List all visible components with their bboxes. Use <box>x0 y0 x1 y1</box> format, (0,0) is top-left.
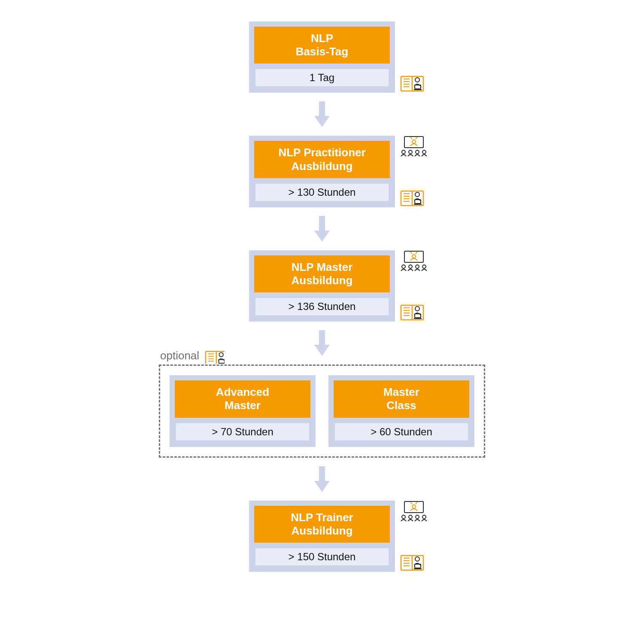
step-trainer: NLP Trainer Ausbildung > 150 Stunden <box>249 501 395 572</box>
online-learning-icon <box>400 187 425 207</box>
step-title: NLP Trainer Ausbildung <box>254 506 390 543</box>
arrow-down-icon <box>316 216 328 242</box>
optional-group: optional Advanced Master > 70 Stunden Ma… <box>159 365 485 457</box>
step-icons <box>400 501 428 572</box>
step-duration: > 136 Stunden <box>254 297 390 316</box>
step-icons <box>400 250 428 322</box>
arrow-down-icon <box>316 101 328 127</box>
step-title: Master Class <box>334 380 469 417</box>
training-path-diagram: NLP Basis-Tag 1 Tag NLP Practitioner Aus… <box>0 0 644 572</box>
step-icons <box>400 21 425 93</box>
step-master-class: Master Class > 60 Stunden <box>328 375 474 447</box>
step-icons <box>400 136 428 207</box>
online-learning-icon <box>400 301 425 322</box>
step-title: NLP Master Ausbildung <box>254 255 390 292</box>
arrow-down-icon <box>316 466 328 492</box>
step-master: NLP Master Ausbildung > 136 Stunden <box>249 250 395 322</box>
optional-label: optional <box>160 347 225 364</box>
classroom-icon <box>400 136 428 158</box>
online-learning-icon <box>205 347 225 364</box>
step-practitioner: NLP Practitioner Ausbildung > 130 Stunde… <box>249 136 395 207</box>
online-learning-icon <box>400 551 425 572</box>
step-duration: > 150 Stunden <box>254 547 390 567</box>
step-advanced-master: Advanced Master > 70 Stunden <box>170 375 316 447</box>
classroom-icon <box>400 250 428 273</box>
classroom-icon <box>400 501 428 523</box>
arrow-down-icon <box>316 330 328 356</box>
step-duration: > 70 Stunden <box>175 422 310 442</box>
online-learning-icon <box>400 72 425 93</box>
step-duration: 1 Tag <box>254 68 390 88</box>
step-title: NLP Practitioner Ausbildung <box>254 141 390 178</box>
step-duration: > 130 Stunden <box>254 182 390 202</box>
step-duration: > 60 Stunden <box>334 422 469 442</box>
step-title: Advanced Master <box>175 380 310 417</box>
optional-label-text: optional <box>160 349 199 362</box>
step-title: NLP Basis-Tag <box>254 27 390 64</box>
step-basis-tag: NLP Basis-Tag 1 Tag <box>249 21 395 93</box>
